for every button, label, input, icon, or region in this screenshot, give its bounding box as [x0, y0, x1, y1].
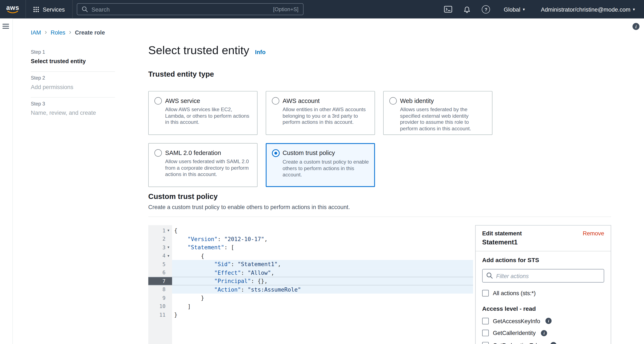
action-checkbox[interactable]	[482, 330, 489, 336]
aws-logo[interactable]: aws	[0, 5, 26, 13]
info-link[interactable]: Info	[255, 49, 266, 55]
add-actions-heading: Add actions for STS	[482, 257, 604, 263]
action-info-icon[interactable]: i	[550, 342, 556, 344]
open-menu-button[interactable]	[2, 24, 9, 30]
entity-card-description: Create a custom trust policy to enable o…	[282, 159, 370, 178]
notifications-button[interactable]	[464, 5, 471, 13]
code-token: "Version"	[188, 236, 218, 242]
code-token: : {},	[251, 278, 268, 284]
filter-search-icon	[486, 272, 493, 279]
code-token	[174, 244, 188, 251]
code-token	[174, 261, 214, 267]
account-menu[interactable]: Administrator/christine@mode.com ▾	[538, 5, 638, 13]
editor-line[interactable]: 11}	[148, 310, 473, 319]
wizard-step[interactable]: Step 1Select trusted entity	[31, 46, 115, 72]
editor-line[interactable]: 1▾{	[148, 226, 473, 235]
editor-line[interactable]: 10 ]	[148, 302, 473, 310]
breadcrumb-item[interactable]: IAM	[31, 29, 41, 36]
statement-panel-header: Edit statement Remove Statement1	[476, 225, 611, 251]
entity-card-title: Custom trust policy	[282, 149, 370, 157]
policy-code-editor[interactable]: 1▾{2 "Version": "2012-10-17",3▾ "Stateme…	[148, 225, 473, 344]
code-line: "Action": "sts:AssumeRole"	[172, 285, 473, 294]
line-number: 4	[162, 253, 166, 259]
fold-arrow-icon[interactable]: ▾	[166, 228, 171, 232]
code-line: "Effect": "Allow",	[172, 268, 473, 277]
code-line: "Statement": [	[172, 243, 473, 252]
line-number: 8	[162, 286, 166, 292]
radio-button-icon[interactable]	[272, 149, 280, 157]
action-row: GetAccessKeyInfoi	[482, 318, 604, 324]
entity-type-cards: AWS serviceAllow AWS services like EC2, …	[148, 91, 611, 187]
editor-line[interactable]: 3▾ "Statement": [	[148, 243, 473, 252]
code-token: "Sid"	[214, 261, 231, 267]
editor-line[interactable]: 4▾ {	[148, 252, 473, 260]
action-label: GetAccessKeyInfo	[493, 318, 540, 324]
global-search-input[interactable]: Search [Option+S]	[77, 3, 304, 15]
action-checkbox[interactable]	[482, 342, 489, 344]
editor-line[interactable]: 8 "Action": "sts:AssumeRole"	[148, 285, 473, 294]
edit-statement-label: Edit statement	[482, 230, 522, 237]
editor-line[interactable]: 9 }	[148, 294, 473, 302]
entity-type-card[interactable]: SAML 2.0 federationAllow users federated…	[148, 143, 258, 187]
steps-panel: Step 1Select trusted entityStep 2Add per…	[31, 46, 115, 123]
radio-button-icon[interactable]	[154, 97, 162, 105]
editor-line[interactable]: 7 "Principal": {},	[148, 277, 473, 285]
action-checkbox[interactable]	[482, 318, 489, 324]
entity-type-heading: Trusted entity type	[148, 70, 611, 79]
collapsed-sidebar	[0, 18, 13, 344]
editor-line[interactable]: 6 "Effect": "Allow",	[148, 268, 473, 277]
aws-logo-text: aws	[6, 5, 19, 10]
entity-type-card[interactable]: Web identityAllows users federated by th…	[383, 91, 492, 135]
remove-statement-link[interactable]: Remove	[583, 230, 604, 237]
statement-panel-body: Add actions for STS All actions (sts:*) …	[476, 251, 611, 344]
help-button[interactable]: ?	[482, 5, 490, 13]
custom-policy-description: Create a custom trust policy to enable o…	[148, 203, 611, 211]
policy-editor-section: 1▾{2 "Version": "2012-10-17",3▾ "Stateme…	[148, 225, 611, 344]
editor-line[interactable]: 5 "Sid": "Statement1",	[148, 260, 473, 268]
filter-actions-input[interactable]	[482, 269, 604, 283]
all-actions-checkbox[interactable]	[482, 290, 489, 296]
entity-card-title: SAML 2.0 federation	[165, 149, 252, 157]
radio-button-icon[interactable]	[154, 149, 162, 157]
entity-card-title: AWS service	[165, 97, 252, 105]
custom-policy-heading: Custom trust policy	[148, 192, 611, 201]
services-menu-button[interactable]: Services	[26, 0, 72, 18]
step-label: Select trusted entity	[31, 58, 115, 64]
code-token: ,	[278, 261, 281, 267]
chevron-down-icon: ▾	[523, 7, 525, 11]
breadcrumb-item[interactable]: Roles	[50, 29, 65, 36]
action-list: GetAccessKeyInfoiGetCallerIdentityiGetFe…	[482, 318, 604, 344]
line-number: 7	[162, 278, 166, 284]
wizard-step[interactable]: Step 2Add permissions	[31, 72, 115, 98]
code-token: {	[174, 227, 178, 234]
fold-arrow-icon[interactable]: ▾	[166, 245, 171, 249]
line-number-gutter: 7	[148, 277, 172, 285]
code-token: :	[231, 261, 238, 267]
region-selector[interactable]: Global ▾	[501, 5, 528, 13]
line-number-gutter: 2	[148, 235, 172, 243]
code-token: ,	[264, 236, 268, 242]
editor-line[interactable]: 2 "Version": "2012-10-17",	[148, 235, 473, 243]
search-placeholder: Search	[92, 6, 110, 12]
entity-type-card[interactable]: Custom trust policyCreate a custom trust…	[266, 143, 375, 187]
code-line: "Version": "2012-10-17",	[172, 235, 473, 243]
line-number: 9	[162, 295, 166, 301]
action-row: GetCallerIdentityi	[482, 330, 604, 336]
code-token: "Action"	[214, 286, 241, 293]
radio-button-icon[interactable]	[272, 97, 279, 105]
entity-card-description: Allow AWS services like EC2, Lambda, or …	[165, 107, 252, 126]
code-token	[174, 278, 214, 284]
cloudshell-button[interactable]	[444, 6, 452, 13]
edit-statement-panel: Edit statement Remove Statement1 Add act…	[475, 225, 611, 344]
entity-type-card[interactable]: AWS serviceAllow AWS services like EC2, …	[148, 91, 258, 135]
action-info-icon[interactable]: i	[541, 330, 547, 336]
statement-name: Statement1	[482, 239, 604, 246]
action-label: GetCallerIdentity	[493, 330, 536, 336]
entity-type-card[interactable]: AWS accountAllow entities in other AWS a…	[266, 91, 375, 135]
info-panel-toggle[interactable]: i	[632, 23, 639, 30]
radio-button-icon[interactable]	[389, 97, 397, 105]
wizard-step[interactable]: Step 3Name, review, and create	[31, 98, 115, 123]
fold-arrow-icon[interactable]: ▾	[166, 254, 171, 258]
action-info-icon[interactable]: i	[546, 318, 552, 324]
code-token: :	[241, 286, 248, 293]
